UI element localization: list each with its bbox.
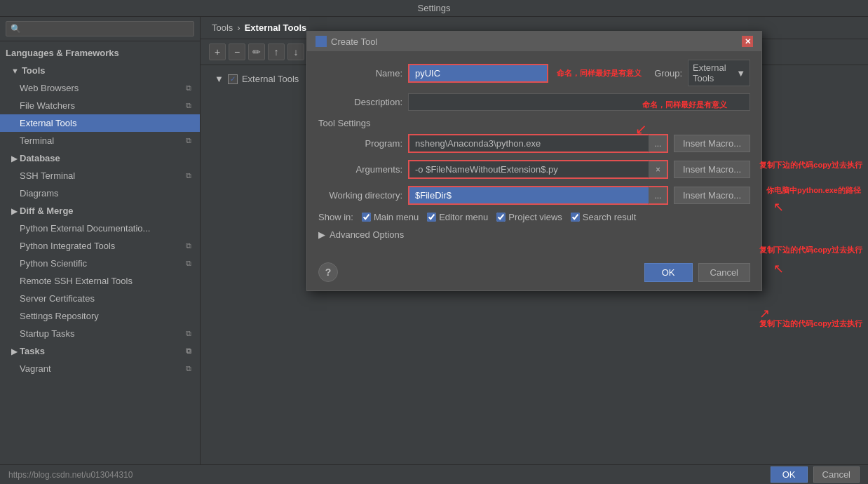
search-input[interactable] xyxy=(6,21,194,36)
sidebar: Languages & Frameworks ▼Tools Web Browse… xyxy=(0,17,201,481)
group-label: Group: xyxy=(647,68,682,79)
working-dir-browse-button[interactable]: ... xyxy=(649,186,668,205)
cancel-button[interactable]: Cancel xyxy=(698,263,750,282)
sidebar-item-tasks[interactable]: ▶Tasks ⧉ xyxy=(0,342,200,360)
name-label: Name: xyxy=(318,68,402,79)
footer-actions: OK Cancel xyxy=(644,263,750,282)
advanced-options[interactable]: ▶ Advanced Options xyxy=(318,229,750,240)
working-dir-label: Working directory: xyxy=(318,190,402,201)
sidebar-item-python-ext-docs[interactable]: Python External Documentatio... xyxy=(0,220,200,237)
sidebar-item-server-certs[interactable]: Server Certificates xyxy=(0,290,200,307)
working-dir-input[interactable] xyxy=(408,186,649,205)
description-label: Description: xyxy=(318,97,402,107)
description-input[interactable] xyxy=(408,93,750,111)
group-dropdown-icon[interactable]: ▼ xyxy=(736,68,745,79)
dialog-close-button[interactable]: ✕ xyxy=(742,36,753,47)
copy-icon-web: ⧉ xyxy=(186,83,191,93)
tool-settings-title: Tool Settings xyxy=(318,118,750,128)
program-macro-button[interactable]: Insert Macro... xyxy=(674,135,750,152)
copy-hint-annotation: 复制下边的代码copy过去执行 xyxy=(759,160,862,170)
copy-icon-fw: ⧉ xyxy=(186,101,191,110)
copy-icon-vagrant: ⧉ xyxy=(186,364,191,373)
copy-icon-st: ⧉ xyxy=(186,329,191,338)
show-in-search-result[interactable]: Search result xyxy=(571,212,637,222)
help-button[interactable]: ? xyxy=(318,262,338,282)
create-tool-dialog: Create Tool ✕ Name: 命名，同样最好是有意义 Group: E… xyxy=(306,31,762,291)
sidebar-item-web-browsers[interactable]: Web Browsers ⧉ xyxy=(0,79,200,97)
arguments-clear-button[interactable]: × xyxy=(649,160,668,179)
arguments-label: Arguments: xyxy=(318,164,402,175)
sidebar-item-python-integrated[interactable]: Python Integrated Tools ⧉ xyxy=(0,237,200,255)
arguments-input[interactable] xyxy=(408,160,649,179)
show-in-main-menu[interactable]: Main menu xyxy=(362,212,419,222)
sidebar-item-tools[interactable]: ▼Tools xyxy=(0,62,200,79)
main-content: Tools › External Tools + − ✏ ↑ ↓ ⧉ ▼ ✓ E… xyxy=(201,17,868,481)
sidebar-item-external-tools[interactable]: External Tools xyxy=(0,114,200,132)
dialog-title-bar: Create Tool ✕ xyxy=(307,32,761,51)
sidebar-item-remote-ssh[interactable]: Remote SSH External Tools xyxy=(0,272,200,290)
sidebar-item-file-watchers[interactable]: File Watchers ⧉ xyxy=(0,97,200,114)
sidebar-item-diff-merge[interactable]: ▶Diff & Merge xyxy=(0,202,200,220)
program-input-group: ... xyxy=(408,134,668,153)
arguments-macro-button[interactable]: Insert Macro... xyxy=(674,161,750,178)
title-bar: Settings xyxy=(0,0,868,17)
dialog-body: Name: 命名，同样最好是有意义 Group: External Tools … xyxy=(307,51,761,257)
name-input[interactable] xyxy=(408,64,548,83)
dialog-overlay: Create Tool ✕ Name: 命名，同样最好是有意义 Group: E… xyxy=(201,17,868,481)
ok-button[interactable]: OK xyxy=(644,263,693,282)
search-bar[interactable] xyxy=(0,17,200,41)
copy-icon-pit: ⧉ xyxy=(186,241,191,250)
sidebar-item-python-scientific[interactable]: Python Scientific ⧉ xyxy=(0,255,200,272)
working-dir-macro-button[interactable]: Insert Macro... xyxy=(674,187,750,204)
copy-icon-ps: ⧉ xyxy=(186,259,191,268)
advanced-options-label: Advanced Options xyxy=(330,229,404,240)
group-value: External Tools xyxy=(693,62,736,83)
sidebar-item-diagrams[interactable]: Diagrams xyxy=(0,184,200,202)
sidebar-item-vagrant[interactable]: Vagrant ⧉ xyxy=(0,360,200,377)
window-title: Settings xyxy=(418,3,451,13)
show-in-editor-menu[interactable]: Editor menu xyxy=(427,212,488,222)
arguments-input-group: × xyxy=(408,160,668,179)
sidebar-item-languages-frameworks[interactable]: Languages & Frameworks xyxy=(0,44,200,62)
sidebar-nav: Languages & Frameworks ▼Tools Web Browse… xyxy=(0,41,200,481)
dialog-icon xyxy=(316,36,327,47)
sidebar-item-settings-repo[interactable]: Settings Repository xyxy=(0,307,200,325)
working-dir-input-group: ... xyxy=(408,186,668,205)
group-hint-annotation: 命名，同样最好是有意义 xyxy=(557,68,642,79)
bottom-url: https://blog.csdn.net/u013044310 xyxy=(8,470,133,480)
show-in-label: Show in: xyxy=(318,212,353,222)
show-in-row: Show in: Main menu Editor menu Project v… xyxy=(318,212,750,222)
show-in-project-views[interactable]: Project views xyxy=(496,212,562,222)
copy-icon-terminal: ⧉ xyxy=(186,136,191,145)
program-input[interactable] xyxy=(408,134,649,153)
advanced-expand-icon: ▶ xyxy=(318,229,325,240)
sidebar-item-terminal[interactable]: Terminal ⧉ xyxy=(0,132,200,149)
tool-settings-section: Tool Settings Program: ... Insert Macro.… xyxy=(318,118,750,205)
sidebar-item-ssh-terminal[interactable]: SSH Terminal ⧉ xyxy=(0,167,200,184)
sidebar-item-database[interactable]: ▶Database xyxy=(0,149,200,167)
sidebar-item-startup-tasks[interactable]: Startup Tasks ⧉ xyxy=(0,325,200,342)
copy-icon-tasks: ⧉ xyxy=(186,347,191,356)
copy-icon-ssh: ⧉ xyxy=(186,171,191,180)
dialog-title: Create Tool xyxy=(331,36,377,47)
dialog-footer: ? OK Cancel xyxy=(307,257,761,290)
program-label: Program: xyxy=(318,138,402,149)
program-browse-button[interactable]: ... xyxy=(649,134,668,153)
